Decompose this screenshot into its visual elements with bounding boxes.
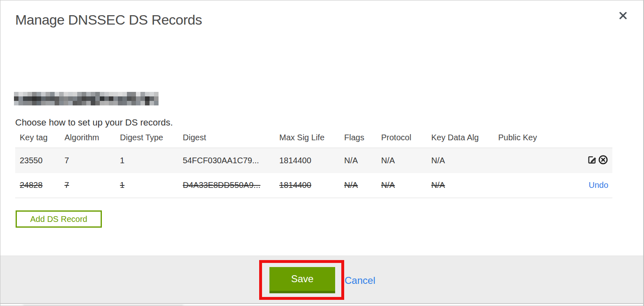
cell-digest-type: 1 (120, 173, 183, 198)
ds-records-table: Key tag Algorithm Digest Type Digest Max… (15, 133, 612, 198)
col-digest-type: Digest Type (120, 133, 183, 148)
cell-key-tag: 23550 (15, 148, 64, 173)
cell-protocol: N/A (381, 173, 431, 198)
cancel-link[interactable]: Cancel (345, 275, 375, 286)
cell-public-key (498, 148, 552, 173)
cell-key-tag: 24828 (15, 173, 64, 198)
cell-flags: N/A (344, 148, 381, 173)
cell-max-sig-life: 1814400 (279, 173, 344, 198)
cell-actions (552, 148, 612, 173)
edit-icon (587, 155, 597, 165)
col-flags: Flags (344, 133, 381, 148)
table-row-deleted: 24828 7 1 D4A33E8DD550A9... 1814400 N/A … (15, 173, 612, 198)
dnssec-dialog: Manage DNSSEC DS Records Choose how to s… (0, 0, 644, 306)
cell-actions: Undo (552, 173, 612, 198)
delete-icon (598, 155, 608, 165)
cell-protocol: N/A (381, 148, 431, 173)
cell-max-sig-life: 1814400 (279, 148, 344, 173)
cell-algorithm: 7 (64, 173, 120, 198)
table-header-row: Key tag Algorithm Digest Type Digest Max… (15, 133, 612, 148)
col-actions (552, 133, 612, 148)
cell-key-data-alg: N/A (431, 173, 498, 198)
cell-public-key (498, 173, 552, 198)
edit-record-button[interactable] (586, 154, 597, 165)
subtitle: Choose how to set up your DS records. (15, 117, 173, 128)
col-max-sig-life: Max Sig Life (279, 133, 344, 148)
cell-digest-type: 1 (120, 148, 183, 173)
col-digest: Digest (183, 133, 279, 148)
cell-flags: N/A (344, 173, 381, 198)
redacted-domain-name (14, 92, 159, 105)
col-protocol: Protocol (381, 133, 431, 148)
add-ds-record-button[interactable]: Add DS Record (16, 210, 102, 228)
col-public-key: Public Key (498, 133, 552, 148)
cell-key-data-alg: N/A (431, 148, 498, 173)
close-icon (619, 11, 628, 20)
undo-link[interactable]: Undo (589, 180, 608, 190)
page-title: Manage DNSSEC DS Records (15, 12, 202, 28)
cell-digest: 54FCF030AA1C79... (183, 148, 279, 173)
col-key-data-alg: Key Data Alg (431, 133, 498, 148)
cell-algorithm: 7 (64, 148, 120, 173)
col-key-tag: Key tag (15, 133, 64, 148)
save-button[interactable]: Save (269, 267, 335, 293)
col-algorithm: Algorithm (64, 133, 120, 148)
delete-record-button[interactable] (598, 154, 608, 165)
table-row: 23550 7 1 54FCF030AA1C79... 1814400 N/A … (15, 148, 612, 173)
cell-digest: D4A33E8DD550A9... (183, 173, 279, 198)
close-button[interactable] (617, 9, 629, 22)
